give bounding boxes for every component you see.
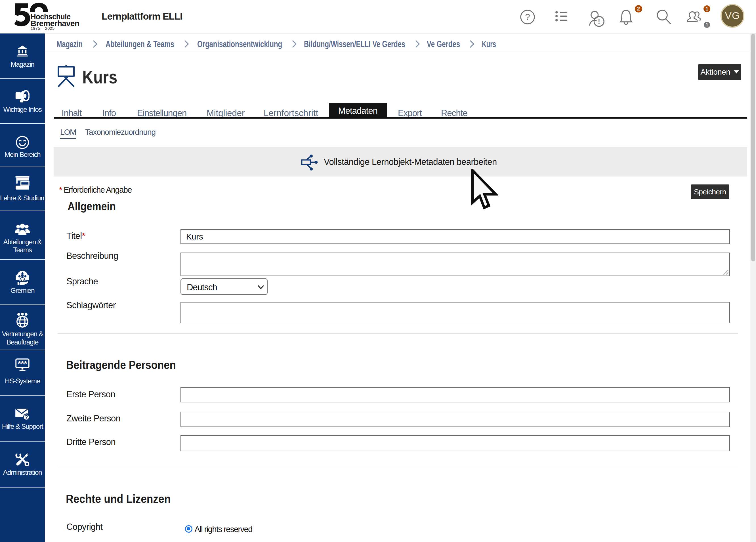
svg-text:***: *** [18,359,27,368]
svg-text:?: ? [25,414,28,420]
svg-text:?: ? [525,12,530,22]
svg-text:1975 – 2025: 1975 – 2025 [31,26,54,31]
svg-text:!: ! [598,18,600,25]
